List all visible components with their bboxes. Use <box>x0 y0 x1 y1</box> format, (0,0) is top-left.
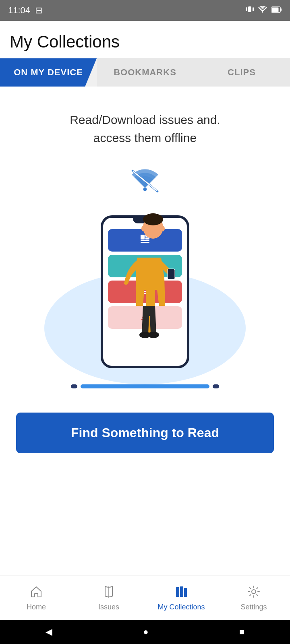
svg-rect-6 <box>280 8 282 11</box>
main-content: Read/Download issues and. access them of… <box>0 87 290 576</box>
wifi-icon <box>258 5 267 16</box>
settings-icon <box>247 585 261 601</box>
home-icon <box>29 585 43 601</box>
status-bar: 11:04 ⊟ <box>0 0 290 21</box>
illustration <box>32 167 258 392</box>
base-decoration <box>71 384 219 388</box>
issues-icon <box>102 585 116 601</box>
wifi-off-icon <box>129 167 161 196</box>
nav-label-settings: Settings <box>240 603 267 611</box>
page-title: My Collections <box>10 32 280 52</box>
bottom-nav: Home Issues My Collections Settings <box>0 576 290 620</box>
svg-point-35 <box>252 590 256 594</box>
svg-point-28 <box>148 332 159 338</box>
nav-label-my-collections: My Collections <box>157 603 205 611</box>
find-something-button[interactable]: Find Something to Read <box>16 413 274 453</box>
svg-point-7 <box>143 188 147 191</box>
base-dot-right <box>213 384 219 388</box>
base-dot-left <box>71 384 77 388</box>
phone-illustration <box>101 215 189 368</box>
nav-label-issues: Issues <box>98 603 119 611</box>
back-button[interactable]: ◀ <box>46 627 52 637</box>
person-illustration <box>113 209 177 346</box>
home-button[interactable]: ● <box>143 627 148 637</box>
svg-point-26 <box>143 213 163 225</box>
svg-rect-2 <box>253 7 254 11</box>
svg-rect-33 <box>180 586 183 597</box>
vibrate-icon <box>246 5 254 16</box>
empty-state-text: Read/Download issues and. access them of… <box>70 111 220 147</box>
nav-item-settings[interactable]: Settings <box>218 576 290 620</box>
svg-rect-5 <box>272 8 279 12</box>
nav-item-my-collections[interactable]: My Collections <box>145 576 218 620</box>
tab-bookmarks[interactable]: BOOKMARKS <box>97 58 193 87</box>
svg-rect-0 <box>248 6 251 12</box>
tab-on-my-device[interactable]: ON MY DEVICE <box>0 58 97 87</box>
collections-icon <box>174 585 188 601</box>
svg-point-30 <box>141 226 145 231</box>
nav-item-issues[interactable]: Issues <box>72 576 145 620</box>
base-line-center <box>81 384 209 388</box>
status-time: 11:04 <box>8 5 30 16</box>
nav-item-home[interactable]: Home <box>0 576 72 620</box>
svg-rect-1 <box>246 7 247 11</box>
header: My Collections <box>0 21 290 58</box>
svg-rect-29 <box>168 269 175 279</box>
nav-label-home: Home <box>27 603 46 611</box>
svg-point-3 <box>262 12 263 13</box>
svg-rect-32 <box>176 587 179 597</box>
tab-clips[interactable]: CLIPS <box>193 58 290 87</box>
notification-icon: ⊟ <box>35 5 42 16</box>
svg-rect-34 <box>184 588 187 597</box>
tab-bar: ON MY DEVICE BOOKMARKS CLIPS <box>0 58 290 87</box>
status-icons <box>246 5 282 16</box>
svg-point-31 <box>161 226 165 231</box>
android-nav-bar: ◀ ● ■ <box>0 620 290 644</box>
battery-icon <box>271 5 282 16</box>
recents-button[interactable]: ■ <box>239 627 244 637</box>
